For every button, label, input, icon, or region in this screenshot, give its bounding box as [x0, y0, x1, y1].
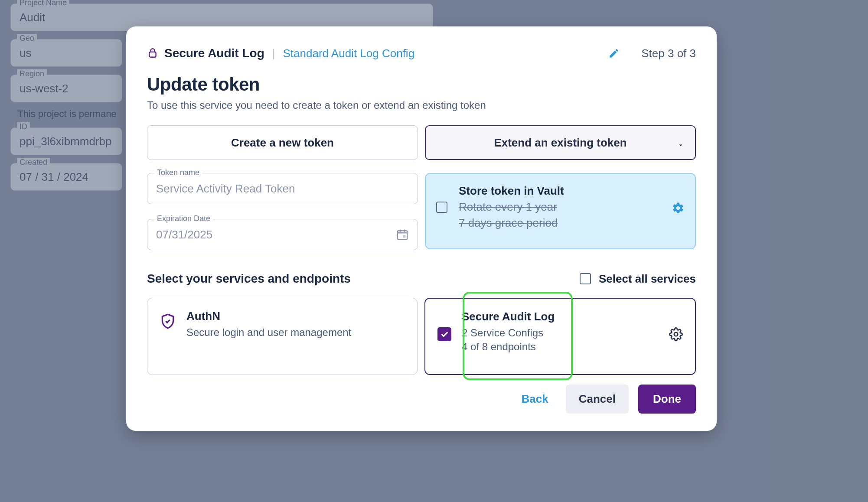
vault-line-title: Store token in Vault	[459, 184, 660, 198]
service-audit-name: Secure Audit Log	[462, 310, 555, 323]
modal-footer: Back Cancel Done	[147, 385, 696, 414]
create-new-token-button[interactable]: Create a new token	[147, 125, 418, 160]
cancel-button[interactable]: Cancel	[566, 385, 629, 414]
store-in-vault-checkbox[interactable]	[436, 202, 447, 213]
service-audit-checkbox-checked[interactable]	[437, 327, 451, 341]
extend-existing-token-select[interactable]: Extend an existing token	[425, 125, 696, 160]
svg-rect-2	[403, 235, 405, 238]
service-card-authn[interactable]: AuthN Secure login and user management	[147, 298, 418, 375]
step-indicator: Step 3 of 3	[641, 47, 696, 60]
service-audit-endpoints: 4 of 8 endpoints	[462, 341, 555, 353]
svg-point-3	[674, 332, 678, 336]
lock-icon	[147, 47, 158, 59]
select-services-heading: Select your services and endpoints	[147, 272, 351, 286]
pencil-edit-icon[interactable]	[608, 48, 620, 59]
chevron-down-icon	[677, 139, 685, 147]
vault-line-grace: 7 days grace period	[459, 216, 660, 230]
extend-existing-token-label: Extend an existing token	[494, 136, 627, 150]
vault-store-panel: Store token in Vault Rotate every 1 year…	[425, 173, 696, 249]
expiration-date-input[interactable]	[156, 228, 409, 241]
expiration-date-field[interactable]: Expiration Date	[147, 219, 418, 250]
breadcrumb-config-link[interactable]: Standard Audit Log Config	[283, 47, 415, 60]
expiration-date-label: Expiration Date	[154, 214, 213, 223]
svg-rect-0	[149, 52, 156, 57]
token-name-label: Token name	[154, 168, 202, 177]
vault-settings-gear-icon[interactable]	[672, 202, 685, 215]
service-card-secure-audit-log[interactable]: Secure Audit Log 2 Service Configs 4 of …	[424, 298, 696, 375]
update-token-modal: Secure Audit Log | Standard Audit Log Co…	[126, 26, 717, 431]
modal-heading: Update token	[147, 74, 696, 95]
service-audit-configs: 2 Service Configs	[462, 327, 555, 339]
token-name-field[interactable]: Token name	[147, 173, 418, 204]
vault-line-rotate: Rotate every 1 year	[459, 200, 660, 214]
breadcrumb-separator: |	[272, 47, 275, 60]
back-button[interactable]: Back	[514, 388, 556, 410]
token-name-input[interactable]	[156, 182, 409, 196]
done-button[interactable]: Done	[638, 385, 696, 414]
service-authn-name: AuthN	[186, 310, 351, 323]
shield-check-icon	[160, 313, 176, 331]
svg-rect-1	[398, 231, 408, 239]
service-authn-desc: Secure login and user management	[186, 326, 351, 339]
select-all-services-checkbox[interactable]	[580, 273, 591, 284]
modal-subheading: To use this service you need to create a…	[147, 99, 696, 111]
select-all-services-label: Select all services	[599, 272, 696, 286]
calendar-icon[interactable]	[396, 228, 409, 241]
service-audit-settings-gear-icon[interactable]	[669, 327, 683, 341]
modal-breadcrumb-header: Secure Audit Log | Standard Audit Log Co…	[147, 46, 696, 60]
breadcrumb-service-title: Secure Audit Log	[164, 46, 264, 60]
